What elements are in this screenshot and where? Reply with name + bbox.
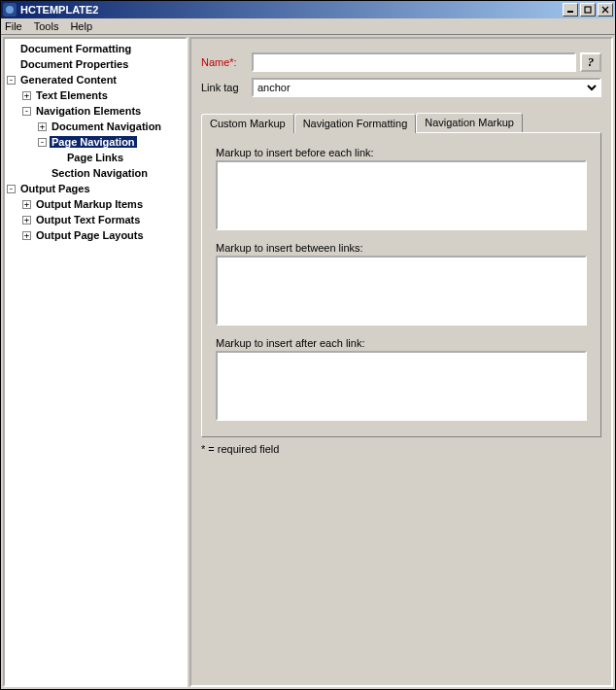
- markup-before-input[interactable]: [216, 160, 587, 230]
- expand-icon[interactable]: +: [22, 231, 31, 240]
- tree-text-elements[interactable]: +Text Elements: [20, 87, 186, 103]
- tree-output-markup-items[interactable]: +Output Markup Items: [20, 196, 186, 212]
- menu-file[interactable]: File: [5, 20, 22, 32]
- collapse-icon[interactable]: -: [7, 76, 16, 85]
- linktag-label: Link tag: [201, 82, 252, 93]
- collapse-icon[interactable]: -: [7, 185, 16, 193]
- tab-panel: Markup to insert before each link: Marku…: [201, 132, 601, 437]
- markup-after-input[interactable]: [216, 351, 587, 421]
- menu-help[interactable]: Help: [70, 20, 92, 32]
- tab-navigation-formatting[interactable]: Navigation Formatting: [294, 114, 417, 133]
- after-label: Markup to insert after each link:: [216, 337, 587, 349]
- expand-icon[interactable]: +: [22, 91, 31, 100]
- close-button[interactable]: [598, 3, 613, 17]
- help-icon: ?: [588, 54, 595, 70]
- tree-generated-content[interactable]: -Generated Content: [5, 72, 186, 87]
- tab-custom-markup[interactable]: Custom Markup: [201, 114, 294, 133]
- menubar: File Tools Help: [1, 18, 615, 35]
- tree-doc-formatting[interactable]: Document Formatting: [5, 41, 186, 56]
- tree-section-navigation[interactable]: Section Navigation: [36, 165, 186, 181]
- tree-document-navigation[interactable]: +Document Navigation: [36, 119, 186, 134]
- help-button[interactable]: ?: [580, 52, 601, 72]
- maximize-button[interactable]: [580, 3, 596, 17]
- required-footnote: * = required field: [201, 443, 601, 455]
- between-label: Markup to insert between links:: [216, 242, 587, 254]
- menu-tools[interactable]: Tools: [34, 20, 59, 32]
- tree-output-page-layouts[interactable]: +Output Page Layouts: [20, 227, 186, 243]
- main-panel: Name*: ? Link tag anchor Custom Markup N…: [189, 37, 613, 687]
- name-input[interactable]: [252, 52, 576, 72]
- tree-output-pages[interactable]: -Output Pages: [5, 181, 186, 196]
- svg-point-0: [6, 6, 14, 14]
- tree-doc-properties[interactable]: Document Properties: [5, 56, 186, 72]
- window-title: HCTEMPLATE2: [20, 4, 98, 16]
- before-label: Markup to insert before each link:: [216, 147, 587, 158]
- linktag-select[interactable]: anchor: [252, 78, 601, 97]
- app-window: HCTEMPLATE2 File Tools Help Document For…: [0, 0, 616, 690]
- tree-sidebar: Document Formatting Document Properties …: [3, 37, 188, 687]
- tree-page-links[interactable]: Page Links: [51, 150, 186, 165]
- expand-icon[interactable]: +: [22, 200, 31, 209]
- collapse-icon[interactable]: -: [22, 107, 31, 116]
- content-area: Document Formatting Document Properties …: [1, 35, 615, 689]
- tab-navigation-markup[interactable]: Navigation Markup: [416, 113, 523, 132]
- app-icon: [3, 3, 17, 17]
- tree-navigation-elements[interactable]: -Navigation Elements: [20, 103, 186, 119]
- tree-page-navigation[interactable]: -Page Navigation: [36, 134, 186, 150]
- minimize-button[interactable]: [563, 3, 578, 17]
- markup-between-input[interactable]: [216, 256, 587, 326]
- tab-bar: Custom Markup Navigation Formatting Navi…: [201, 113, 601, 132]
- titlebar: HCTEMPLATE2: [1, 1, 615, 18]
- svg-rect-2: [585, 7, 591, 13]
- tree-output-text-formats[interactable]: +Output Text Formats: [20, 212, 186, 227]
- expand-icon[interactable]: +: [22, 216, 31, 224]
- name-label: Name*:: [201, 56, 252, 68]
- collapse-icon[interactable]: -: [38, 138, 47, 147]
- expand-icon[interactable]: +: [38, 122, 47, 131]
